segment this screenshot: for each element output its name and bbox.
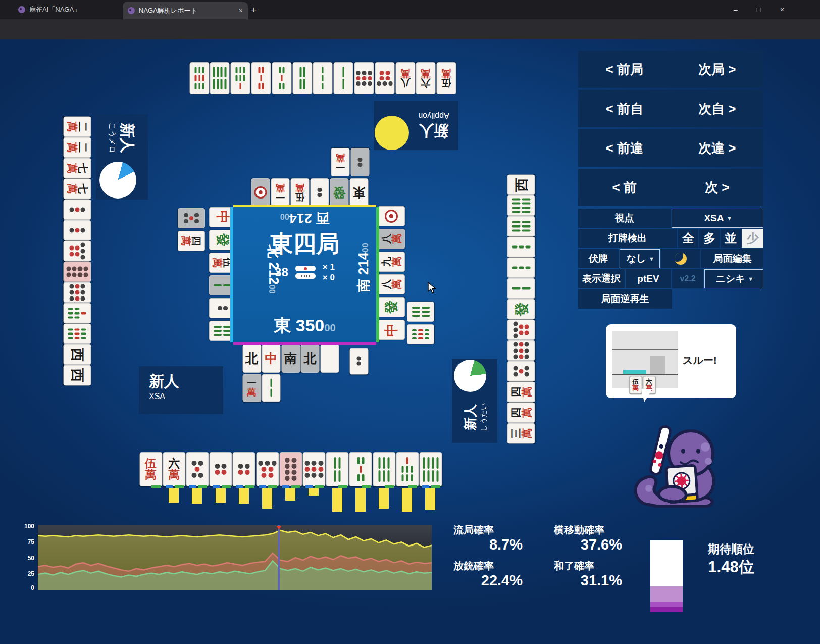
fusehai-select[interactable]: なし ▾ [620,249,660,268]
dark-mode-cell[interactable] [661,249,700,268]
tile-2s [507,278,535,299]
side-move-prob-label: 横移動確率 [554,523,604,537]
tile-9p [63,282,91,303]
rank-bar-segment [650,540,683,586]
tile-5pr[interactable] [186,452,209,486]
tile-8m: 八萬 [395,62,415,94]
player-grade: 新人 [462,404,479,430]
player-grade: 新人 [117,123,137,153]
prev-step-button[interactable]: < 前 [578,179,671,196]
player-name: XSA [149,392,179,401]
tile-3s [313,62,333,94]
tile-7m: 七萬 [63,158,91,178]
display-select-label[interactable]: 表示選択 [578,269,625,288]
tile-6s [507,216,535,236]
tile-3p [63,220,91,240]
next-step-button[interactable]: 次 > [671,179,764,196]
tile-7s [63,303,91,323]
draw-prob-value: 8.7% [439,536,523,553]
left-player-pie [99,162,136,199]
tile-7p[interactable] [256,452,279,486]
suggestion-bar [216,488,226,503]
skin-select[interactable]: ニシキ ▾ [704,269,763,288]
suggestion-bar [332,488,342,512]
tile-7s [231,62,250,94]
tile-2p [310,178,329,207]
ptev-button[interactable]: ptEV [626,269,671,288]
honba-stick-icon [295,273,316,279]
dahai-option-normal[interactable]: 並 [721,229,741,248]
suggestion-bar [192,488,202,504]
tile-8p[interactable] [279,452,302,486]
tile-5s [272,62,291,94]
tile-9s [63,323,91,344]
board-edit-button[interactable]: 局面編集 [701,249,763,268]
deal-in-prob-value: 22.4% [439,572,523,589]
expected-rank-value: 1.48位 [691,557,772,578]
suggestion-bar [355,488,366,512]
advice-text: スルー! [683,354,717,367]
y-tick-100: 100 [15,523,34,530]
nav-step-row: < 前 次 > [578,169,763,206]
tile-3m: 三萬 [507,423,535,443]
tile-P [320,344,339,373]
tile-8s[interactable] [419,452,442,486]
tile-4s[interactable] [326,452,349,486]
tile-5sr [251,62,271,94]
tile-2m: 二萬 [63,116,91,137]
tile-5p [507,361,535,381]
score-east: 東 35000 [233,314,376,337]
tile-6m: 六萬 [416,62,436,94]
viewpoint-select[interactable]: XSA ▾ [672,209,763,228]
rank-bar-segment [650,607,683,612]
tile-2p [350,148,369,176]
next-mismatch-button[interactable]: 次違 > [671,139,764,157]
expected-rank-bar [650,540,683,612]
right-player-pie [454,360,486,392]
tile-9p[interactable] [302,452,325,486]
prev-mismatch-button[interactable]: < 前違 [578,139,671,157]
deal-in-prob-label: 放銃確率 [453,559,494,573]
dahai-option-few[interactable]: 少 [742,229,763,248]
tile-N: 北 [242,344,261,373]
round-label: 東四局 [233,228,376,260]
tile-1p [378,206,405,226]
chevron-down-icon: ▾ [728,215,731,222]
tile-5mr[interactable]: 伍萬 [139,452,162,486]
naga-advice-bubble: 伍萬六萬 スルー! [606,324,736,398]
dahai-option-all[interactable]: 全 [678,229,698,248]
tile-4m: 四萬 [507,402,535,423]
tile-1m: 一萬 [242,374,261,402]
moon-icon [675,253,687,265]
win-prob-label: 和了確率 [554,559,594,573]
tile-6s[interactable] [373,452,395,486]
tile-4p[interactable] [210,452,232,486]
next-round-button[interactable]: 次局 > [671,61,764,78]
tile-3s [507,257,535,278]
version-label: v2.2 [672,269,703,288]
suggestion-bar [285,488,295,501]
rank-bar-segment [650,586,683,602]
tile-7s[interactable] [396,452,419,486]
tile-4p[interactable] [233,452,255,486]
tile-9m: 九萬 [378,252,405,272]
rank-probability-chart[interactable] [38,525,432,590]
prev-round-button[interactable]: < 前局 [578,61,671,78]
top-player-pie [375,116,409,150]
win-prob-value: 31.1% [539,572,622,589]
tile-5m: 伍萬 [290,178,309,207]
tile-S: 南 [281,344,300,373]
reverse-replay-button[interactable]: 局面逆再生 [578,289,672,309]
honba-count: × 0 [323,272,335,283]
tile-5s[interactable] [349,452,372,486]
next-self-button[interactable]: 次自 > [671,100,764,118]
prev-self-button[interactable]: < 前自 [578,100,671,118]
y-tick-50: 50 [15,555,34,562]
tile-5m: 伍萬 [629,376,642,393]
tile-6m[interactable]: 六萬 [163,452,185,486]
tile-W: 西 [507,174,535,195]
tile-2m: 二萬 [63,137,91,158]
y-tick-25: 25 [15,570,34,577]
player-grade: 新人 [419,120,449,140]
dahai-option-many[interactable]: 多 [699,229,720,248]
